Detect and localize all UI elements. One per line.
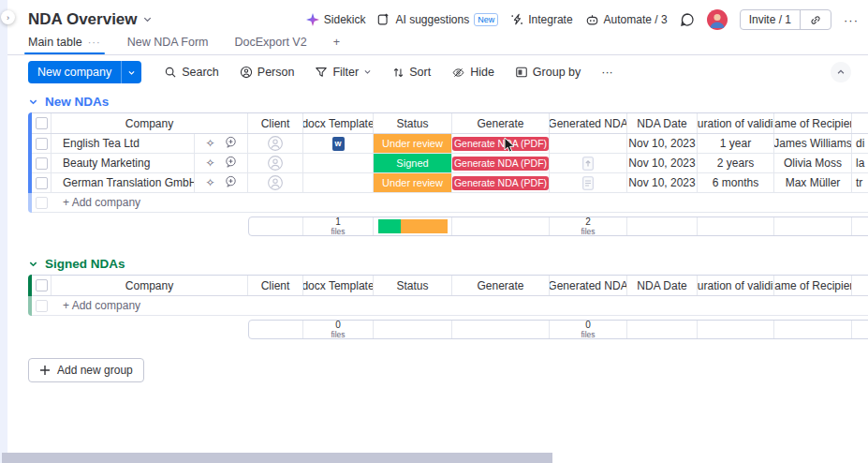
status-distribution-segment-signed[interactable] [378,219,402,233]
group-title-new-ndas[interactable]: New NDAs [28,92,868,111]
group-by-button[interactable]: Group by [508,62,588,82]
select-all-checkbox[interactable] [36,279,48,291]
add-update-icon[interactable] [225,175,237,190]
toolbar-more-button[interactable]: ··· [594,62,621,82]
tab-options-icon[interactable]: ··· [88,37,101,48]
column-header-generate[interactable]: Generate [452,113,550,133]
duration-cell[interactable]: 1 year [698,134,774,153]
generated-nda-cell[interactable] [550,173,627,192]
column-header-nda-date[interactable]: NDA Date [627,113,698,133]
docx-template-cell[interactable] [303,173,374,192]
column-header-company[interactable]: Company [51,276,248,295]
recipient-cell[interactable]: Olivia Moss [774,154,852,172]
nda-date-cell[interactable]: Nov 10, 2023 [627,173,698,192]
status-badge[interactable]: Signed [374,154,451,172]
extra-cell[interactable]: la [852,154,868,172]
integrate-button[interactable]: Integrate [510,13,572,26]
horizontal-scrollbar-thumb[interactable] [2,453,552,463]
generated-nda-cell[interactable] [550,154,627,172]
column-header-nda-date[interactable]: NDA Date [627,276,698,295]
generate-nda-button[interactable]: Generate NDA (PDF) [452,157,549,171]
board-title-chevron-down-icon[interactable] [142,11,153,28]
duration-cell[interactable]: 2 years [698,154,774,172]
column-header-duration[interactable]: Duration of validity [698,113,774,133]
column-header-duration[interactable]: Duration of validity [698,276,774,295]
hide-button[interactable]: Hide [444,62,502,82]
sidekick-button[interactable]: Sidekick [306,13,366,26]
client-cell[interactable] [248,154,303,172]
column-header-generated-nda[interactable]: Generated NDA [550,276,627,295]
generate-nda-button[interactable]: Generate NDA (PDF) [452,176,549,190]
add-company-button[interactable]: + Add company [51,193,195,212]
row-checkbox[interactable] [36,157,48,170]
column-header-recipient[interactable]: Name of Recipient [774,276,852,295]
filter-button[interactable]: Filter [307,62,379,82]
tab-new-nda-form[interactable]: New NDA Form [127,35,209,54]
add-company-button[interactable]: + Add company [51,296,195,315]
status-badge[interactable]: Under review [374,134,451,153]
select-all-checkbox[interactable] [36,117,48,129]
docx-template-cell[interactable] [303,154,374,172]
group-title-signed-ndas[interactable]: Signed NDAs [28,254,868,273]
column-header-docx-template[interactable]: docx Template [303,276,374,295]
column-header-recipient[interactable]: Name of Recipient [774,113,852,133]
header-more-menu-button[interactable]: ··· [844,13,859,27]
add-view-tab-button[interactable]: + [333,35,340,54]
add-update-icon[interactable] [225,156,237,171]
ai-sparkle-icon[interactable]: ✧ [205,176,214,189]
add-company-row[interactable]: + Add company [32,296,868,316]
updates-button[interactable] [680,12,695,27]
column-header-extra[interactable] [852,113,868,133]
invite-button[interactable]: Invite / 1 [741,10,800,29]
recipient-cell[interactable]: Max Müller [774,173,852,192]
company-name-cell[interactable]: German Translation GmbH [51,173,195,192]
row-checkbox[interactable] [36,177,48,189]
status-distribution-summary[interactable] [374,217,452,235]
row-checkbox[interactable] [36,138,48,150]
sort-button[interactable]: Sort [385,62,438,82]
column-header-company[interactable]: Company [51,113,248,133]
docx-template-cell[interactable]: w [303,134,374,153]
column-header-generate[interactable]: Generate [452,276,550,295]
tab-docexport-v2[interactable]: DocExport V2 [235,35,307,54]
generate-nda-button[interactable]: Generate NDA (PDF) [452,137,549,151]
collapse-header-button[interactable] [831,62,851,82]
client-cell[interactable] [248,134,303,153]
duration-cell[interactable]: 6 months [698,173,774,192]
add-update-icon[interactable] [225,136,237,151]
new-company-button[interactable]: New company [28,61,121,83]
generated-files-summary[interactable]: 0 files [550,321,627,338]
expand-sidebar-button[interactable]: › [1,10,15,24]
extra-cell[interactable]: tr [852,173,868,192]
filter-chevron-down-icon[interactable] [363,67,372,78]
docx-files-summary[interactable]: 0 files [303,321,374,338]
docx-files-summary[interactable]: 1 files [303,217,374,235]
ai-sparkle-icon[interactable]: ✧ [205,157,214,170]
column-header-extra[interactable] [852,276,868,295]
ai-sparkle-icon[interactable]: ✧ [205,137,214,150]
column-header-status[interactable]: Status [374,276,452,295]
status-badge[interactable]: Under review [374,173,451,192]
search-button[interactable]: Search [156,62,227,82]
generated-nda-cell[interactable] [550,134,627,153]
nda-date-cell[interactable]: Nov 10, 2023 [627,154,698,172]
column-header-status[interactable]: Status [374,113,452,133]
new-company-dropdown-chevron-icon[interactable] [121,61,141,83]
add-company-row[interactable]: + Add company [32,193,868,213]
status-distribution-segment-under-review[interactable] [401,219,447,233]
column-header-generated-nda[interactable]: Generated NDA [550,113,627,133]
client-cell[interactable] [248,173,303,192]
column-header-client[interactable]: Client [248,276,303,295]
company-name-cell[interactable]: English Tea Ltd [51,134,195,153]
recipient-cell[interactable]: James Williams [774,134,852,153]
add-new-group-button[interactable]: Add new group [28,358,144,382]
tab-main-table[interactable]: Main table ··· [28,35,101,54]
copy-link-button[interactable] [800,10,831,29]
generated-files-summary[interactable]: 2 files [550,217,627,235]
person-filter-button[interactable]: Person [232,62,302,82]
nda-date-cell[interactable]: Nov 10, 2023 [627,134,698,153]
extra-cell[interactable]: di [852,134,868,153]
ai-suggestions-button[interactable]: AI suggestions New [377,13,498,26]
company-name-cell[interactable]: Beauty Marketing [51,154,195,172]
column-header-client[interactable]: Client [248,113,303,133]
